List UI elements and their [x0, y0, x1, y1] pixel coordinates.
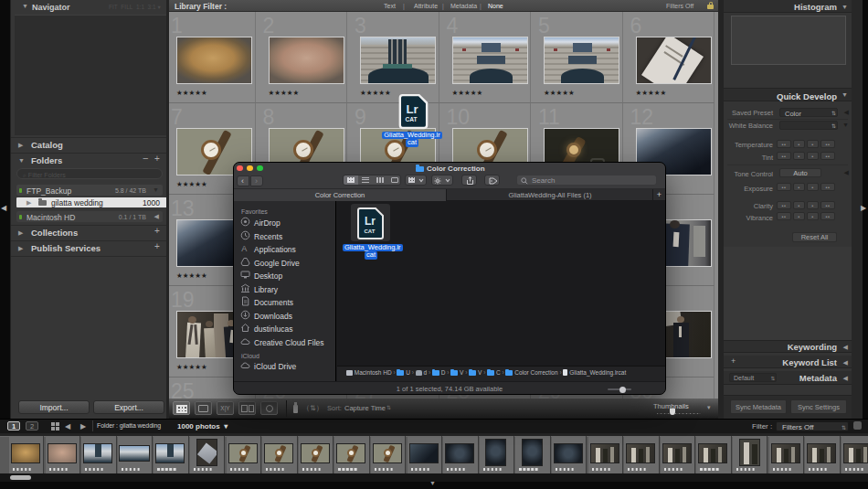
svg-text:A: A — [241, 244, 247, 253]
svg-text:CAT: CAT — [406, 116, 418, 122]
svg-text:Lr: Lr — [365, 215, 376, 228]
svg-text:Lr: Lr — [406, 102, 418, 116]
svg-text:CAT: CAT — [365, 229, 376, 234]
